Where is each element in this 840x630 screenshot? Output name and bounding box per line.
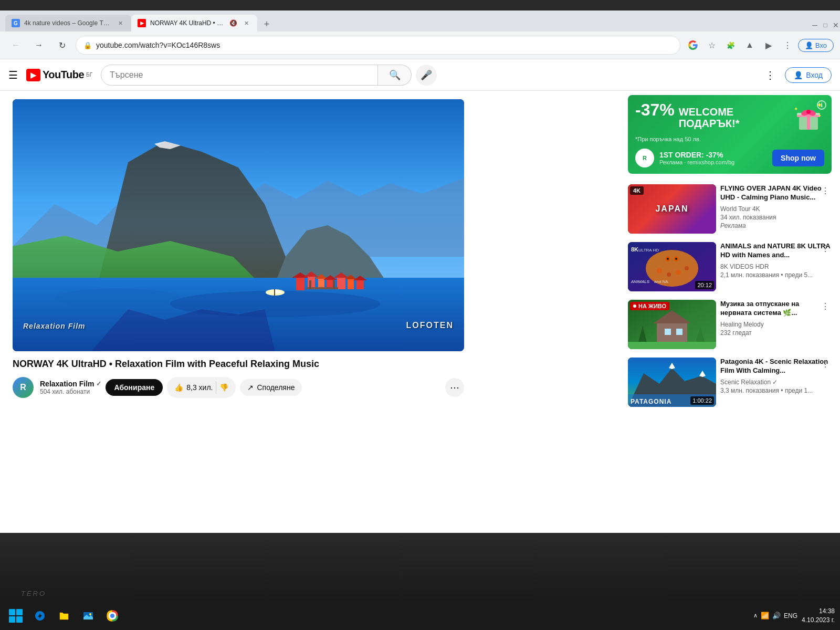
- youtube-page: ☰ ▶ YouTube БГ 🔍 🎤 ⋮ 👤: [0, 59, 840, 546]
- sidebar-video-channel-3: Healing Melody: [720, 321, 832, 328]
- yt-menu-icon[interactable]: ☰: [8, 69, 18, 81]
- svg-rect-10: [296, 278, 304, 290]
- tab-1-title: 4k nature videos – Google Търс...: [24, 19, 111, 27]
- channel-avatar[interactable]: R: [13, 377, 34, 398]
- taskbar-chrome-icon[interactable]: [102, 605, 123, 626]
- ad-welcome-line1: WELCOME: [679, 106, 733, 118]
- svg-point-74: [111, 614, 114, 617]
- taskbar-photos-icon[interactable]: [78, 605, 99, 626]
- browser-tab-1[interactable]: G 4k nature videos – Google Търс... ✕: [5, 15, 131, 32]
- video-player[interactable]: Relaxation Film Lofoten: [13, 99, 464, 351]
- ad-shop-now-button[interactable]: Shop now: [772, 150, 824, 166]
- video-actions: R Relaxation Film ✓ 504 хил. абонати Або…: [13, 377, 464, 398]
- sidebar-video-menu-3[interactable]: ⋮: [819, 300, 832, 312]
- channel-subs: 504 хил. абонати: [40, 388, 101, 395]
- sidebar-duration-4: 1:00:22: [690, 396, 714, 405]
- share-button[interactable]: ↗ Споделяне: [240, 379, 302, 396]
- clock-time: 14:38: [819, 607, 835, 616]
- extension-icon[interactable]: 🧩: [722, 37, 739, 54]
- address-bar[interactable]: 🔒 youtube.com/watch?v=KOc146R8sws: [76, 36, 680, 55]
- system-tray: ∧ 📶 🔊 ENG: [753, 612, 797, 620]
- thumbs-down-icon: 👎: [219, 383, 228, 392]
- yt-notifications-icon[interactable]: ⋮: [760, 65, 781, 86]
- address-bar-container: 🔒 youtube.com/watch?v=KOc146R8sws: [76, 36, 680, 55]
- yt-mic-button[interactable]: 🎤: [416, 65, 437, 86]
- sidebar-video-info-1: FLYING OVER JAPAN 4K Video UHD - Calming…: [720, 184, 832, 234]
- sidebar-video-menu-2[interactable]: ⋮: [819, 242, 832, 255]
- yt-search-input[interactable]: [110, 70, 369, 80]
- yt-header-actions: ⋮ 👤 Вход: [760, 65, 832, 86]
- sign-in-person-icon: 👤: [794, 71, 803, 79]
- yt-logo-text: YouTube: [43, 69, 84, 81]
- maximize-icon[interactable]: □: [821, 21, 830, 29]
- svg-rect-25: [309, 280, 311, 289]
- live-badge-3: НА ЖИВО: [630, 302, 669, 310]
- sidebar-video-menu-4[interactable]: ⋮: [819, 358, 832, 370]
- reload-button[interactable]: ↻: [52, 36, 71, 55]
- yt-search-button[interactable]: 🔍: [378, 65, 412, 86]
- channel-info: R Relaxation Film ✓ 504 хил. абонати: [13, 377, 101, 398]
- sign-in-label: Вход: [806, 71, 823, 79]
- sidebar-video-4[interactable]: PATAGONIA 1:00:22 Patagonia 4K - Scenic …: [628, 353, 832, 411]
- tray-volume[interactable]: 🔊: [772, 612, 781, 620]
- tab-mute-icon[interactable]: 🔇: [229, 19, 237, 27]
- profile-icon[interactable]: ▶: [760, 37, 777, 54]
- bookmark-icon[interactable]: ☆: [704, 37, 720, 54]
- yt-logo[interactable]: ▶ YouTube БГ: [26, 69, 92, 81]
- svg-point-47: [657, 268, 662, 274]
- action-separator: [216, 381, 216, 394]
- new-tab-button[interactable]: +: [259, 17, 274, 32]
- google-apps-icon[interactable]: [685, 37, 701, 54]
- like-button[interactable]: 👍 8,3 хил. 👎: [167, 377, 236, 398]
- channel-details: Relaxation Film ✓ 504 хил. абонати: [40, 380, 101, 395]
- minimize-icon[interactable]: ─: [811, 21, 819, 29]
- yt-main: Relaxation Film Lofoten NORWAY 4K UltraH…: [0, 91, 840, 546]
- forward-button[interactable]: →: [29, 36, 48, 55]
- start-button[interactable]: [5, 605, 26, 626]
- sidebar-thumb-3: НА ЖИВО: [628, 300, 716, 349]
- svg-rect-62: [628, 342, 716, 349]
- sidebar-duration-2: 20:12: [695, 281, 714, 289]
- sidebar-video-ad-label-1: Реклама: [720, 222, 832, 229]
- ad-subtitle: *При поръчка над 50 лв.: [635, 136, 824, 142]
- subscribe-button[interactable]: Абониране: [106, 379, 163, 396]
- taskbar-explorer-icon[interactable]: [54, 605, 75, 626]
- browser-tab-2[interactable]: ▶ NORWAY 4K UltraHD • Rela… 🔇 ✕: [131, 15, 257, 32]
- svg-rect-20: [348, 279, 354, 289]
- sidebar-video-2[interactable]: 8K ULTRA HD ANIMALS and NA 20:12 ANIMALS…: [628, 238, 832, 296]
- sidebar-video-3[interactable]: НА ЖИВО Музика за отпускане на нервната …: [628, 296, 832, 353]
- svg-text:PATAGONIA: PATAGONIA: [631, 398, 671, 405]
- sidebar-thumb-2: 8K ULTRA HD ANIMALS and NA 20:12: [628, 242, 716, 291]
- video-more-button[interactable]: ⋯: [445, 378, 464, 397]
- live-label-3: НА ЖИВО: [638, 303, 666, 309]
- svg-text:✦: ✦: [818, 113, 822, 118]
- svg-point-50: [685, 266, 689, 270]
- sidebar-video-menu-1[interactable]: ⋮: [819, 184, 832, 197]
- tab-1-close-icon[interactable]: ✕: [116, 18, 125, 28]
- ad-info-icon[interactable]: ℹ: [817, 100, 826, 110]
- windows-logo-icon: [9, 609, 23, 623]
- sidebar-thumb-4: PATAGONIA 1:00:22: [628, 358, 716, 407]
- screen-area: G 4k nature videos – Google Търс... ✕ ▶ …: [0, 10, 840, 546]
- more-icon: ⋯: [450, 382, 459, 393]
- tab-2-close-icon[interactable]: ✕: [242, 18, 251, 28]
- history-icon[interactable]: ▲: [741, 37, 758, 54]
- chrome-account-button[interactable]: 👤 Вхо: [798, 39, 834, 52]
- yt-sign-in-button[interactable]: 👤 Вход: [785, 67, 832, 83]
- sidebar-video-info-4: Patagonia 4K - Scenic Relaxation Film Wi…: [720, 358, 832, 407]
- yt-search-container: 🔍 🎤: [101, 65, 437, 86]
- taskbar-right: ∧ 📶 🔊 ENG 14:38 4.10.2023 г.: [753, 607, 835, 625]
- system-clock[interactable]: 14:38 4.10.2023 г.: [802, 607, 835, 625]
- tray-arrow[interactable]: ∧: [753, 612, 758, 619]
- sidebar-video-1[interactable]: JAPAN 4K FLYING OVER JAPAN 4K Video UHD …: [628, 180, 832, 238]
- svg-point-36: [806, 110, 811, 114]
- svg-text:✦: ✦: [794, 106, 798, 112]
- svg-rect-59: [676, 329, 682, 335]
- ad-banner-top: -37% WELCOME ПОДАРЪК!*: [635, 101, 824, 133]
- taskbar-edge-icon[interactable]: [29, 605, 50, 626]
- svg-point-71: [89, 613, 91, 615]
- svg-rect-26: [333, 280, 335, 289]
- sidebar-video-title-1: FLYING OVER JAPAN 4K Video UHD - Calming…: [720, 184, 832, 202]
- chrome-menu-icon[interactable]: ⋮: [779, 37, 796, 54]
- close-window-icon[interactable]: ✕: [832, 21, 840, 29]
